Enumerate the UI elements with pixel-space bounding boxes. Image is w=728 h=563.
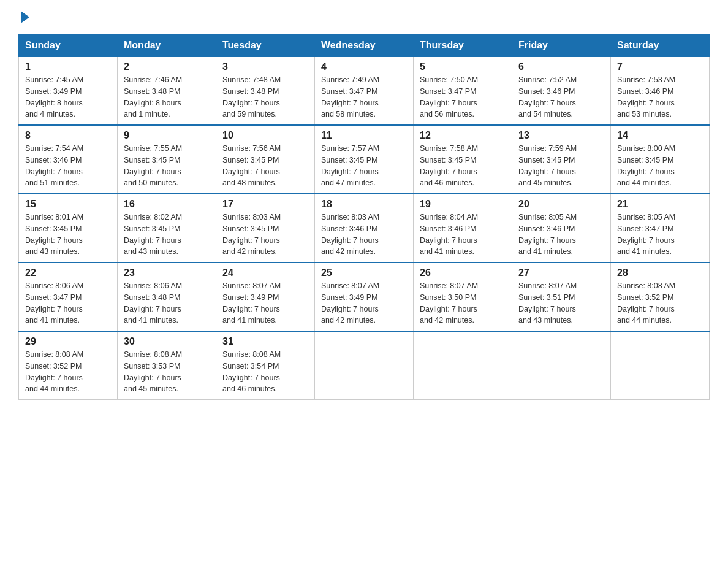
week-row-1: 1 Sunrise: 7:45 AMSunset: 3:49 PMDayligh… [19,56,710,125]
day-info: Sunrise: 7:55 AMSunset: 3:45 PMDaylight:… [124,144,182,187]
calendar-cell: 30 Sunrise: 8:08 AMSunset: 3:53 PMDaylig… [118,331,216,400]
calendar-cell: 2 Sunrise: 7:46 AMSunset: 3:48 PMDayligh… [118,56,216,125]
day-number: 30 [124,336,210,347]
day-info: Sunrise: 8:07 AMSunset: 3:51 PMDaylight:… [518,282,577,324]
calendar-cell [315,331,414,400]
day-info: Sunrise: 7:52 AMSunset: 3:46 PMDaylight:… [518,75,577,118]
day-info: Sunrise: 8:06 AMSunset: 3:48 PMDaylight:… [124,282,182,324]
calendar-cell: 22 Sunrise: 8:06 AMSunset: 3:47 PMDaylig… [19,262,118,331]
day-number: 3 [222,61,308,72]
day-number: 13 [518,130,604,141]
day-number: 22 [25,267,111,278]
day-info: Sunrise: 7:49 AMSunset: 3:47 PMDaylight:… [321,75,379,118]
week-row-4: 22 Sunrise: 8:06 AMSunset: 3:47 PMDaylig… [19,262,710,331]
day-number: 19 [420,199,506,210]
day-number: 26 [420,267,506,278]
day-info: Sunrise: 8:07 AMSunset: 3:49 PMDaylight:… [222,282,281,324]
day-info: Sunrise: 7:45 AMSunset: 3:49 PMDaylight:… [25,75,83,118]
day-info: Sunrise: 7:46 AMSunset: 3:48 PMDaylight:… [124,75,182,118]
calendar-cell: 1 Sunrise: 7:45 AMSunset: 3:49 PMDayligh… [19,56,118,125]
day-number: 10 [222,130,308,141]
calendar-cell: 17 Sunrise: 8:03 AMSunset: 3:45 PMDaylig… [216,194,315,262]
col-header-saturday: Saturday [611,35,710,57]
day-number: 28 [617,267,703,278]
calendar-cell: 5 Sunrise: 7:50 AMSunset: 3:47 PMDayligh… [414,56,512,125]
day-info: Sunrise: 8:03 AMSunset: 3:45 PMDaylight:… [222,213,281,256]
day-info: Sunrise: 7:48 AMSunset: 3:48 PMDaylight:… [222,75,281,118]
col-header-monday: Monday [118,35,216,57]
day-info: Sunrise: 8:07 AMSunset: 3:49 PMDaylight:… [321,282,379,324]
calendar-cell: 6 Sunrise: 7:52 AMSunset: 3:46 PMDayligh… [512,56,611,125]
calendar-cell: 28 Sunrise: 8:08 AMSunset: 3:52 PMDaylig… [611,262,710,331]
col-header-sunday: Sunday [19,35,118,57]
day-number: 1 [25,61,111,72]
calendar-cell: 7 Sunrise: 7:53 AMSunset: 3:46 PMDayligh… [611,56,710,125]
day-number: 5 [420,61,506,72]
calendar-cell [611,331,710,400]
calendar-cell: 18 Sunrise: 8:03 AMSunset: 3:46 PMDaylig… [315,194,414,262]
calendar-cell: 26 Sunrise: 8:07 AMSunset: 3:50 PMDaylig… [414,262,512,331]
day-number: 18 [321,199,407,210]
calendar-cell: 4 Sunrise: 7:49 AMSunset: 3:47 PMDayligh… [315,56,414,125]
day-number: 21 [617,199,703,210]
day-number: 23 [124,267,210,278]
calendar-cell: 21 Sunrise: 8:05 AMSunset: 3:47 PMDaylig… [611,194,710,262]
calendar-cell: 8 Sunrise: 7:54 AMSunset: 3:46 PMDayligh… [19,125,118,194]
week-row-5: 29 Sunrise: 8:08 AMSunset: 3:52 PMDaylig… [19,331,710,400]
day-number: 9 [124,130,210,141]
day-info: Sunrise: 8:06 AMSunset: 3:47 PMDaylight:… [25,282,83,324]
logo [18,12,31,23]
day-number: 29 [25,336,111,347]
calendar-cell [512,331,611,400]
day-info: Sunrise: 8:05 AMSunset: 3:47 PMDaylight:… [617,213,675,256]
calendar-table: SundayMondayTuesdayWednesdayThursdayFrid… [18,34,710,400]
day-number: 24 [222,267,308,278]
calendar-cell: 23 Sunrise: 8:06 AMSunset: 3:48 PMDaylig… [118,262,216,331]
calendar-cell: 25 Sunrise: 8:07 AMSunset: 3:49 PMDaylig… [315,262,414,331]
calendar-cell: 31 Sunrise: 8:08 AMSunset: 3:54 PMDaylig… [216,331,315,400]
day-info: Sunrise: 7:50 AMSunset: 3:47 PMDaylight:… [420,75,478,118]
calendar-cell: 11 Sunrise: 7:57 AMSunset: 3:45 PMDaylig… [315,125,414,194]
day-info: Sunrise: 7:53 AMSunset: 3:46 PMDaylight:… [617,75,675,118]
calendar-cell: 16 Sunrise: 8:02 AMSunset: 3:45 PMDaylig… [118,194,216,262]
calendar-cell: 9 Sunrise: 7:55 AMSunset: 3:45 PMDayligh… [118,125,216,194]
week-row-3: 15 Sunrise: 8:01 AMSunset: 3:45 PMDaylig… [19,194,710,262]
calendar-cell: 24 Sunrise: 8:07 AMSunset: 3:49 PMDaylig… [216,262,315,331]
calendar-cell: 3 Sunrise: 7:48 AMSunset: 3:48 PMDayligh… [216,56,315,125]
calendar-cell: 15 Sunrise: 8:01 AMSunset: 3:45 PMDaylig… [19,194,118,262]
calendar-cell: 27 Sunrise: 8:07 AMSunset: 3:51 PMDaylig… [512,262,611,331]
calendar-header-row: SundayMondayTuesdayWednesdayThursdayFrid… [19,35,710,57]
day-info: Sunrise: 8:07 AMSunset: 3:50 PMDaylight:… [420,282,478,324]
day-number: 27 [518,267,604,278]
calendar-cell: 13 Sunrise: 7:59 AMSunset: 3:45 PMDaylig… [512,125,611,194]
day-number: 25 [321,267,407,278]
logo-arrow-icon [21,11,29,23]
day-number: 2 [124,61,210,72]
day-info: Sunrise: 8:01 AMSunset: 3:45 PMDaylight:… [25,213,83,256]
day-number: 4 [321,61,407,72]
day-number: 7 [617,61,703,72]
calendar-cell: 10 Sunrise: 7:56 AMSunset: 3:45 PMDaylig… [216,125,315,194]
day-number: 14 [617,130,703,141]
day-info: Sunrise: 8:03 AMSunset: 3:46 PMDaylight:… [321,213,379,256]
col-header-wednesday: Wednesday [315,35,414,57]
day-info: Sunrise: 8:08 AMSunset: 3:53 PMDaylight:… [124,350,182,393]
calendar-cell: 20 Sunrise: 8:05 AMSunset: 3:46 PMDaylig… [512,194,611,262]
col-header-friday: Friday [512,35,611,57]
day-number: 11 [321,130,407,141]
day-info: Sunrise: 8:05 AMSunset: 3:46 PMDaylight:… [518,213,577,256]
day-number: 8 [25,130,111,141]
day-info: Sunrise: 7:56 AMSunset: 3:45 PMDaylight:… [222,144,281,187]
day-info: Sunrise: 7:58 AMSunset: 3:45 PMDaylight:… [420,144,478,187]
day-info: Sunrise: 7:59 AMSunset: 3:45 PMDaylight:… [518,144,577,187]
calendar-cell: 29 Sunrise: 8:08 AMSunset: 3:52 PMDaylig… [19,331,118,400]
day-info: Sunrise: 8:08 AMSunset: 3:52 PMDaylight:… [617,282,675,324]
day-info: Sunrise: 7:54 AMSunset: 3:46 PMDaylight:… [25,144,83,187]
day-number: 31 [222,336,308,347]
day-number: 17 [222,199,308,210]
day-info: Sunrise: 8:04 AMSunset: 3:46 PMDaylight:… [420,213,478,256]
calendar-cell: 14 Sunrise: 8:00 AMSunset: 3:45 PMDaylig… [611,125,710,194]
day-number: 12 [420,130,506,141]
calendar-cell: 12 Sunrise: 7:58 AMSunset: 3:45 PMDaylig… [414,125,512,194]
day-number: 15 [25,199,111,210]
